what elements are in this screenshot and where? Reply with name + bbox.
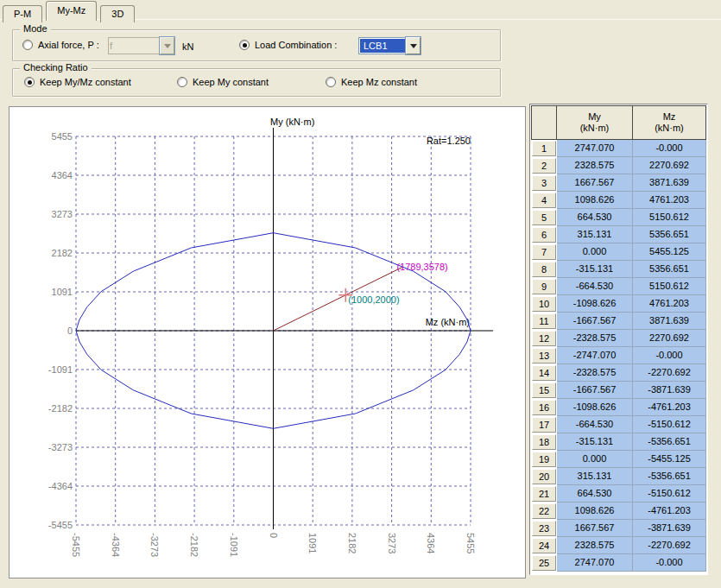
- load-combination-radio[interactable]: Load Combination :: [239, 40, 337, 50]
- table-cell-mz: -5455.125: [633, 451, 706, 468]
- x-tick-label: -1091: [229, 533, 239, 557]
- table-row-number[interactable]: 21: [532, 486, 556, 502]
- keep-mymz-radio[interactable]: Keep My/Mz constant: [24, 77, 131, 87]
- x-axis-title: Mz (kN·m): [426, 317, 470, 327]
- table-row-number[interactable]: 23: [532, 521, 556, 536]
- tab-strip: P-M My-Mz 3D: [3, 1, 136, 20]
- axial-force-radio-circle[interactable]: [22, 40, 33, 50]
- tab-p-m[interactable]: P-M: [3, 5, 42, 22]
- table-row-number[interactable]: 7: [532, 244, 556, 260]
- ratio-annotation: Rat=1.250: [427, 136, 471, 146]
- x-tick-label: 3273: [387, 533, 397, 553]
- axial-force-combobox-value: f: [108, 37, 160, 54]
- table-cell-my: 315.131: [557, 468, 633, 485]
- table-row-number[interactable]: 3: [532, 175, 556, 191]
- table-cell-mz: 5150.612: [633, 209, 706, 226]
- keep-my-radio-circle[interactable]: [177, 77, 187, 87]
- keep-mz-radio-circle[interactable]: [326, 77, 336, 87]
- axial-force-radio-label: Axial force, P :: [38, 40, 99, 50]
- axial-force-combobox: f: [108, 37, 174, 54]
- load-combination-field[interactable]: LCB1: [358, 37, 406, 54]
- table-cell-mz: 4761.203: [633, 192, 706, 209]
- tab-3d-label: 3D: [111, 9, 123, 19]
- table-cell-mz: -4761.203: [633, 503, 706, 520]
- y-tick-label: -2182: [48, 403, 73, 414]
- interaction-chart-panel: 545543643273218210910-1091-2182-3273-436…: [9, 106, 526, 579]
- table-cell-mz: 5455.125: [633, 243, 706, 261]
- y-tick-label: 2182: [52, 248, 73, 258]
- table-cell-mz: 2270.692: [633, 157, 706, 174]
- table-row-number[interactable]: 9: [532, 279, 556, 294]
- table-cell-mz: -0.000: [633, 554, 706, 572]
- keep-mymz-radio-label: Keep My/Mz constant: [40, 77, 131, 87]
- table-row-number[interactable]: 22: [532, 503, 556, 519]
- result-table: My (kN·m) Mz (kN·m) 12747.070-0.00022328…: [531, 105, 706, 572]
- y-tick-label: -3273: [48, 442, 73, 452]
- x-tick-label: 2182: [347, 533, 357, 553]
- table-cell-mz: 3871.639: [633, 174, 706, 192]
- chevron-down-icon: [410, 44, 417, 48]
- table-header-rownum: [531, 105, 557, 140]
- table-row-number[interactable]: 17: [532, 417, 556, 433]
- table-cell-my: -1098.626: [557, 295, 633, 313]
- axial-force-combobox-arrow: [160, 37, 174, 54]
- y-tick-label: -1091: [48, 364, 73, 375]
- keep-my-radio-label: Keep My constant: [193, 77, 269, 87]
- table-row-number[interactable]: 10: [532, 296, 556, 312]
- table-cell-my: -1667.567: [557, 382, 633, 399]
- app-window: { "tabs": [ { "label": "P-M", "active": …: [0, 0, 721, 588]
- table-cell-my: -2328.575: [557, 364, 633, 382]
- table-cell-my: -2747.070: [557, 347, 633, 364]
- table-row-number[interactable]: 18: [532, 434, 556, 450]
- load-combination-combobox[interactable]: LCB1: [358, 37, 421, 54]
- table-cell-my: 2328.575: [557, 537, 633, 554]
- x-tick-label: -5455: [71, 533, 81, 557]
- table-row-number[interactable]: 16: [532, 400, 556, 415]
- y-tick-label: 4364: [52, 170, 73, 180]
- y-tick-label: 0: [67, 326, 73, 336]
- checking-ratio-groupbox: Checking Ratio Keep My/Mz constant Keep …: [12, 68, 501, 97]
- table-row-number[interactable]: 12: [532, 331, 556, 346]
- mode-groupbox-title: Mode: [20, 23, 51, 34]
- table-row-number[interactable]: 24: [532, 538, 556, 553]
- tab-my-mz[interactable]: My-Mz: [46, 1, 97, 21]
- table-header-my: My (kN·m): [557, 105, 633, 140]
- table-row-number[interactable]: 19: [532, 452, 556, 467]
- table-cell-mz: 5356.651: [633, 226, 706, 243]
- keep-my-radio[interactable]: Keep My constant: [177, 77, 269, 87]
- table-cell-my: -1667.567: [557, 313, 633, 330]
- table-row-number[interactable]: 8: [532, 262, 556, 277]
- table-row-number[interactable]: 20: [532, 469, 556, 484]
- table-row-number[interactable]: 4: [532, 193, 556, 208]
- table-cell-my: 1098.626: [557, 192, 633, 209]
- x-tick-label: -4364: [111, 533, 121, 557]
- load-combination-radio-label: Load Combination :: [255, 40, 337, 50]
- table-cell-my: 664.530: [557, 485, 633, 503]
- table-row-number[interactable]: 1: [532, 141, 556, 156]
- table-row-number[interactable]: 11: [532, 313, 556, 329]
- table-row-number[interactable]: 15: [532, 383, 556, 398]
- table-row-number[interactable]: 2: [532, 158, 556, 174]
- table-row-number[interactable]: 5: [532, 210, 556, 225]
- table-row-number[interactable]: 14: [532, 365, 556, 381]
- table-row-number[interactable]: 13: [532, 348, 556, 364]
- table-cell-mz: -5356.651: [633, 433, 706, 451]
- table-cell-mz: 5356.651: [633, 261, 706, 278]
- table-row-number[interactable]: 25: [532, 555, 556, 571]
- table-cell-my: 0.000: [557, 451, 633, 468]
- demand-point-label: (1000,2000): [348, 294, 399, 305]
- axial-force-radio[interactable]: Axial force, P :: [22, 40, 99, 50]
- keep-mz-radio-label: Keep Mz constant: [341, 77, 417, 87]
- tab-3d[interactable]: 3D: [100, 5, 135, 22]
- load-combination-radio-circle[interactable]: [239, 40, 250, 50]
- table-cell-my: 2747.070: [557, 554, 633, 572]
- x-tick-label: -3273: [149, 533, 160, 557]
- table-cell-my: 0.000: [557, 243, 633, 261]
- table-row-number[interactable]: 6: [532, 227, 556, 243]
- keep-mymz-radio-circle[interactable]: [24, 77, 35, 87]
- table-cell-mz: 3871.639: [633, 313, 706, 330]
- table-cell-my: 315.131: [557, 226, 633, 243]
- load-combination-arrow[interactable]: [406, 37, 421, 54]
- keep-mz-radio[interactable]: Keep Mz constant: [326, 77, 417, 87]
- result-table-panel: My (kN·m) Mz (kN·m) 12747.070-0.00022328…: [529, 104, 708, 575]
